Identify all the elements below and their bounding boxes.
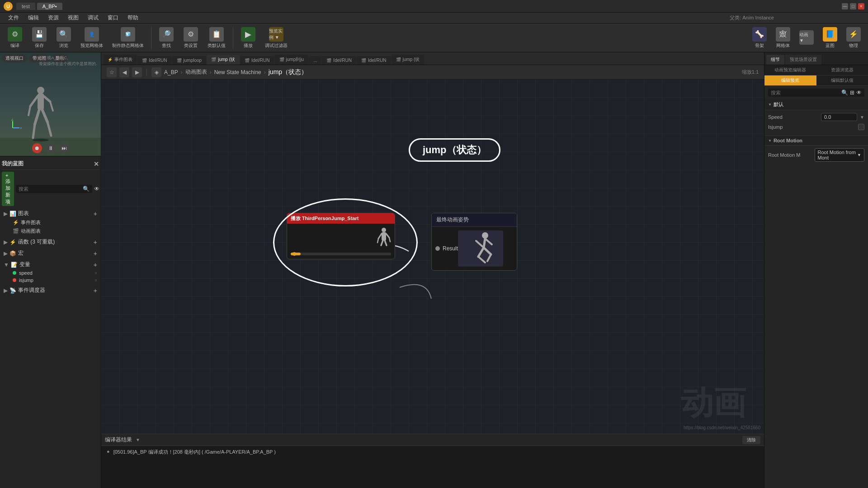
eye-icon[interactable]: 👁 [94,186,99,192]
tab-idel-run-2[interactable]: 🎬 Idel/RUN [240,56,274,65]
debug-filter-button[interactable]: 预览实例 ▼ 调试过滤器 [261,25,291,51]
final-pose-node[interactable]: 最终动画姿势 Result [431,213,517,271]
close-button[interactable]: ✕ [858,3,864,9]
event-dispatcher-header[interactable]: ▶ 📡 事件调度器 + [2,286,99,295]
root-motion-section-header[interactable]: ▼ Root Motion [764,136,868,145]
class-defaults-label: 类默认值 [208,42,226,49]
menu-debug[interactable]: 调试 [83,13,103,23]
record-button[interactable]: ⏺ [32,143,42,153]
breadcrumb-state-machine[interactable]: New State Machine [214,69,261,75]
tab-more[interactable]: ... [309,56,321,65]
menu-window[interactable]: 窗口 [103,13,123,23]
result-pin-dot [435,246,440,251]
bp-search-input[interactable] [19,186,81,192]
functions-add[interactable]: + [94,239,97,246]
next-frame-button[interactable]: ⏭ [59,143,69,153]
tab-idel-run-1[interactable]: 🎬 Idel/RUN [137,56,172,65]
find-button[interactable]: 🔎 查找 [155,25,178,51]
menu-help[interactable]: 帮助 [123,13,143,23]
isjump-checkbox[interactable] [858,124,864,130]
class-defaults-button[interactable]: 📋 类默认值 [204,25,229,51]
functions-header[interactable]: ▶ ⚡ 函数 (3 可重载) + [2,237,99,247]
tab-jump-state[interactable]: 🎬 jump (状 [207,55,240,65]
rp-eye-icon[interactable]: 👁 [856,89,862,96]
mesh-button[interactable]: 🕸 网格体 [772,25,794,51]
tab-jump-state-2[interactable]: 🎬 jump (状 [392,55,425,65]
edit-preview-tab[interactable]: 编辑预览 [764,75,816,85]
tab-jumploop[interactable]: 🎬 jumploop [172,56,207,65]
physics-button[interactable]: ⚡ 物理 [843,25,864,51]
minimize-button[interactable]: — [842,3,848,9]
anim-graph-item[interactable]: 🎬 动画图表 [2,227,99,235]
event-graph-item[interactable]: ⚡ 事件图表 [2,218,99,227]
right-panel-search-input[interactable] [771,90,840,95]
variables-add[interactable]: + [94,261,97,268]
event-dispatcher-add[interactable]: + [94,287,97,294]
menu-view[interactable]: 视图 [63,13,83,23]
tab-idel-run-4-icon: 🎬 [361,58,366,63]
skeleton-button[interactable]: 🦴 骨架 [749,25,770,51]
details-tab[interactable]: 细节 [766,55,784,65]
clear-button[interactable]: 清除 [742,436,760,444]
svg-line-28 [478,257,485,263]
compiler-output-tab[interactable]: 编译器结果 [105,436,132,444]
edit-defaults-tab[interactable]: 编辑默认值 [816,75,868,85]
menu-asset[interactable]: 资源 [43,13,63,23]
tab-jump-to-ju[interactable]: 🎬 jump到ju [275,55,308,65]
macros-add[interactable]: + [94,250,97,257]
rp-view-icon[interactable]: ⊞ [850,89,854,96]
tab-idel-run-4[interactable]: 🎬 Idel/RUN [357,56,391,65]
favorite-button[interactable]: ☆ [107,67,117,77]
play-button[interactable]: ▶ 播放 [237,25,259,51]
home-icon[interactable]: ◈ [151,67,161,77]
tab-idel-run-3[interactable]: 🎬 Idel/RUN [322,56,356,65]
bp-add-button[interactable]: ✕ [94,160,99,168]
anim-preview-editor-tab[interactable]: 动画预览编辑器 [764,65,816,75]
speed-input[interactable] [824,114,851,120]
add-new-button[interactable]: + 添加新项 [2,172,14,206]
pause-button[interactable]: ⏸ [46,143,56,153]
browse-icon: 🔍 [57,27,71,42]
graphs-header[interactable]: ▶ 📊 图表 + [2,209,99,218]
menu-file[interactable]: 文件 [4,13,24,23]
variables-header[interactable]: ▼ 📝 变量 + [2,260,99,269]
isjump-variable-item[interactable]: isjump ○ [2,277,99,284]
viewport-3d[interactable]: 透视视口 带光照 显示 X Z [0,52,101,156]
perspective-view-button[interactable]: 透视视口 [2,54,27,62]
default-section-header[interactable]: 默认 [764,99,868,110]
breadcrumb-anim-graph[interactable]: 动画图表 [185,68,207,76]
speed-variable-item[interactable]: speed ○ [2,269,99,277]
browse-button[interactable]: 🔍 浏览 [52,25,75,51]
class-settings-button[interactable]: ⚙ 类设置 [179,25,202,51]
asset-browser-tab[interactable]: 资源浏览器 [816,65,868,75]
back-button[interactable]: ◀ [119,67,129,77]
mesh-label: 网格体 [776,42,790,49]
speed-prop-value[interactable] [821,113,857,121]
play-animation-node[interactable]: 播放 ThirdPersonJump_Start [287,213,395,259]
skeleton-icon: 🦴 [752,27,767,42]
bp-search-box[interactable]: 🔍 [16,185,92,193]
compiler-output-dropdown[interactable]: ▼ [136,437,140,442]
root-motion-mode-dropdown[interactable]: Root Motion from Mont ▼ [815,148,865,162]
preview-mesh-button[interactable]: 👤 预览网格体 [77,25,107,51]
save-button[interactable]: 💾 保存 [28,25,51,51]
tab-event-graph[interactable]: ⚡ 事件图表 [103,55,137,65]
compiler-output-header: 编译器结果 ▼ 清除 [101,434,764,446]
macros-header[interactable]: ▶ 📦 宏 + [2,249,99,258]
compile-button[interactable]: ⚙ 编译 [4,25,26,51]
left-panel: 透视视口 带光照 显示 X Z 正在视A_BP_C,骨架操作在这个模式中是禁用的… [0,52,101,488]
title-tab-test[interactable]: test [16,3,35,10]
title-tab-abp[interactable]: A_BP• [37,3,62,10]
right-panel-search[interactable]: 🔍 ⊞ 👁 [768,89,864,97]
blueprint-button[interactable]: 📘 蓝图 [819,25,841,51]
make-static-button[interactable]: 🧊 制作静态网格体 [108,25,147,51]
breadcrumb-abp[interactable]: A_BP [164,69,178,75]
menu-edit[interactable]: 编辑 [24,13,43,23]
graphs-add[interactable]: + [94,210,97,217]
anim-button[interactable]: 动画 ▼ [796,28,817,47]
maximize-button[interactable]: □ [850,3,856,9]
preview-scene-tab[interactable]: 预览场景设置 [785,55,821,65]
canvas[interactable]: 播放 ThirdPersonJump_Start [101,80,764,434]
svg-line-25 [476,241,484,248]
forward-button[interactable]: ▶ [132,67,142,77]
